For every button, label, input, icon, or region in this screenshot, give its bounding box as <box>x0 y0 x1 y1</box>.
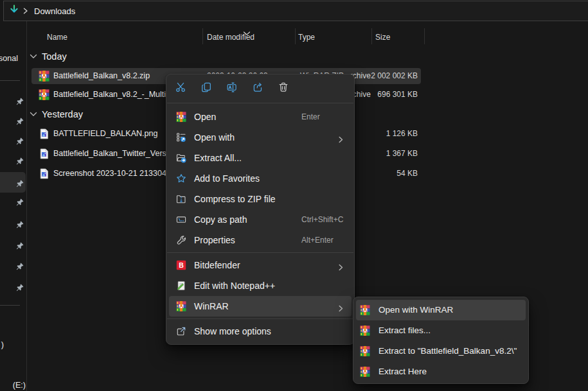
menu-item-label: Properties <box>194 230 235 250</box>
column-header-name[interactable]: Name <box>47 33 67 42</box>
pin-icon <box>16 116 24 125</box>
menu-item-shortcut: Ctrl+Shift+C <box>301 209 343 230</box>
submenu-item-label: Extract Here <box>379 361 427 382</box>
group-header[interactable]: Today <box>42 49 67 64</box>
menu-separator <box>167 318 353 319</box>
submenu-chevron-icon <box>339 303 343 315</box>
submenu-item-label: Open with WinRAR <box>379 300 453 320</box>
menu-item-label: Bitdefender <box>194 255 240 275</box>
submenu-item-extract-files[interactable]: Extract files... <box>356 320 526 341</box>
context-menu-quick-actions <box>166 74 354 103</box>
pin-icon <box>16 241 24 249</box>
winrar-submenu: Open with WinRAR Extract files... Extrac… <box>353 297 529 384</box>
menu-item-label: Extract All... <box>194 148 242 168</box>
delete-icon <box>278 82 289 96</box>
submenu-item-open-with-winrar[interactable]: Open with WinRAR <box>356 300 526 320</box>
column-separator <box>295 28 296 44</box>
menu-item-open[interactable]: OpenEnter <box>169 107 352 127</box>
breadcrumb-location[interactable]: Downloads <box>34 6 75 16</box>
sidebar: sonal)(E:) <box>0 21 27 391</box>
pin-icon <box>16 136 24 144</box>
svg-text:B: B <box>179 261 184 269</box>
menu-separator <box>167 252 353 253</box>
file-name: Screenshot 2023-10-21 213304.png <box>53 164 182 184</box>
group-chevron-down-icon[interactable] <box>30 54 37 59</box>
pin-icon <box>16 178 24 187</box>
winrar-icon <box>176 301 186 311</box>
menu-item-label: Show more options <box>194 321 271 342</box>
submenu-item-extract-here[interactable]: Extract Here <box>356 361 526 382</box>
menu-item-label: Compress to ZIP file <box>194 189 276 209</box>
column-separator <box>424 28 425 44</box>
file-name: Battlefield_Balkan_v8.2.zip <box>53 66 150 86</box>
rename-icon <box>226 82 238 96</box>
favorites-icon <box>176 173 186 184</box>
address-bar[interactable]: Downloads <box>3 1 588 21</box>
menu-item-open-with[interactable]: Open with <box>169 127 352 148</box>
menu-item-show-more-options[interactable]: Show more options <box>169 321 352 342</box>
menu-item-label: Edit with Notepad++ <box>194 275 275 296</box>
sort-chevron-down-icon <box>243 27 251 39</box>
notepadpp-icon <box>176 281 186 291</box>
file-name: Battlefield_Balkan_Twitter_Version <box>53 144 177 164</box>
menu-item-label: Open with <box>194 127 235 148</box>
menu-item-shortcut: Alt+Enter <box>301 230 334 250</box>
downloads-folder-icon <box>9 4 19 17</box>
share-icon <box>252 82 263 96</box>
submenu-item-extract-to-battlefield-balkan-v8-2[interactable]: Extract to "Battlefield_Balkan_v8.2\" <box>356 341 526 361</box>
sidebar-item-partial-drive[interactable]: ) <box>1 340 4 349</box>
copy-button[interactable] <box>193 78 219 100</box>
menu-item-compress-to-zip-file[interactable]: Compress to ZIP file <box>169 189 352 209</box>
file-name: Battlefield_Balkan_v8.2_-_Multipla <box>53 85 177 105</box>
image-file-icon <box>39 148 49 159</box>
winrar-icon <box>176 112 186 122</box>
menu-item-copy-as-path[interactable]: Copy as pathCtrl+Shift+C <box>169 209 352 230</box>
cut-icon <box>175 82 186 96</box>
menu-item-add-to-favorites[interactable]: Add to Favorites <box>169 168 352 189</box>
sidebar-separator <box>0 305 20 306</box>
pin-icon <box>16 220 24 228</box>
column-header-type[interactable]: Type <box>298 33 315 42</box>
sidebar-separator <box>0 80 20 81</box>
submenu-item-label: Extract to "Battlefield_Balkan_v8.2\" <box>379 341 517 361</box>
cut-button[interactable] <box>168 78 193 100</box>
menu-item-bitdefender[interactable]: BBitdefender <box>169 255 352 275</box>
open-with-icon <box>176 132 186 143</box>
file-explorer-window: Downloads sonal)(E:) NameDate modifiedTy… <box>0 0 588 391</box>
menu-item-edit-with-notepad[interactable]: Edit with Notepad++ <box>169 275 352 296</box>
menu-item-shortcut: Enter <box>301 107 320 127</box>
share-button[interactable] <box>245 78 271 100</box>
compress-icon <box>176 194 186 204</box>
column-header-size[interactable]: Size <box>375 33 390 42</box>
sidebar-item-partial-drive-e[interactable]: (E:) <box>13 381 26 390</box>
image-file-icon <box>39 168 49 179</box>
menu-item-label: Copy as path <box>194 209 247 230</box>
show-more-icon <box>176 326 186 336</box>
pin-icon <box>16 156 24 164</box>
pin-icon <box>16 96 24 105</box>
group-chevron-down-icon[interactable] <box>30 112 37 117</box>
column-separator <box>202 28 203 44</box>
copy-path-icon <box>176 214 186 225</box>
winrar-file-icon <box>39 71 49 82</box>
menu-item-winrar[interactable]: WinRAR <box>169 296 352 317</box>
copy-icon <box>200 82 212 96</box>
extract-all-icon <box>176 153 186 163</box>
pin-icon <box>16 197 24 205</box>
pin-icon <box>16 261 24 270</box>
chevron-right-icon <box>23 8 28 14</box>
bitdefender-icon: B <box>176 260 186 270</box>
menu-item-extract-all[interactable]: Extract All... <box>169 148 352 168</box>
group-header[interactable]: Yesterday <box>42 107 83 121</box>
rename-button[interactable] <box>219 78 245 100</box>
column-separator <box>371 28 372 44</box>
delete-button[interactable] <box>271 78 296 100</box>
menu-item-properties[interactable]: PropertiesAlt+Enter <box>169 230 352 250</box>
context-menu: OpenEnter Open with Extract All...Add to… <box>166 74 355 345</box>
menu-item-label: Add to Favorites <box>194 168 260 189</box>
winrar-file-icon <box>39 89 49 100</box>
sidebar-item-partial-personal[interactable]: sonal <box>0 54 18 63</box>
properties-icon <box>176 235 186 245</box>
menu-item-label: Open <box>194 107 216 127</box>
winrar-icon <box>360 326 370 336</box>
